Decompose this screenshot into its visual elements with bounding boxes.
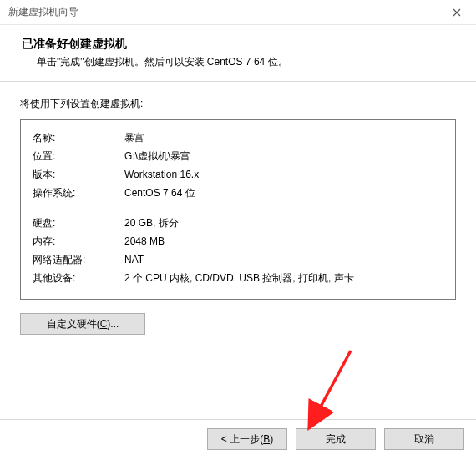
summary-row: 位置: G:\虚拟机\暴富 — [33, 147, 443, 165]
summary-key: 位置: — [33, 147, 124, 165]
page-title: 已准备好创建虚拟机 — [22, 37, 458, 52]
summary-row: 网络适配器: NAT — [33, 250, 443, 269]
finish-button[interactable]: 完成 — [296, 428, 376, 450]
summary-box: 名称: 暴富 位置: G:\虚拟机\暴富 版本: Workstation 16.… — [20, 119, 456, 300]
summary-row: 名称: 暴富 — [33, 129, 443, 147]
customize-hardware-button[interactable]: 自定义硬件(C)... — [20, 313, 145, 335]
summary-key: 操作系统: — [33, 184, 124, 202]
summary-value: CentOS 7 64 位 — [124, 184, 443, 202]
summary-value: 暴富 — [124, 129, 443, 147]
svg-line-0 — [309, 351, 351, 428]
page-subtitle: 单击"完成"创建虚拟机。然后可以安装 CentOS 7 64 位。 — [22, 55, 458, 69]
summary-value: 2 个 CPU 内核, CD/DVD, USB 控制器, 打印机, 声卡 — [124, 269, 443, 287]
summary-caption: 将使用下列设置创建虚拟机: — [20, 97, 456, 111]
close-button[interactable] — [438, 0, 476, 25]
summary-row: 硬盘: 20 GB, 拆分 — [33, 214, 443, 232]
summary-key: 版本: — [33, 165, 124, 184]
summary-key: 名称: — [33, 129, 124, 147]
summary-value: NAT — [124, 250, 443, 269]
window-title: 新建虚拟机向导 — [8, 5, 438, 19]
summary-value: G:\虚拟机\暴富 — [124, 147, 443, 165]
summary-key: 其他设备: — [33, 269, 124, 287]
summary-value: 2048 MB — [124, 232, 443, 250]
summary-key: 硬盘: — [33, 214, 124, 232]
summary-row: 版本: Workstation 16.x — [33, 165, 443, 184]
summary-value: 20 GB, 拆分 — [124, 214, 443, 232]
summary-value: Workstation 16.x — [124, 165, 443, 184]
summary-row: 操作系统: CentOS 7 64 位 — [33, 184, 443, 202]
summary-key: 网络适配器: — [33, 250, 124, 269]
cancel-button[interactable]: 取消 — [384, 428, 464, 450]
back-button[interactable]: < 上一步(B) — [207, 428, 287, 450]
summary-key: 内存: — [33, 232, 124, 250]
summary-row: 内存: 2048 MB — [33, 232, 443, 250]
close-icon — [453, 8, 461, 17]
summary-row: 其他设备: 2 个 CPU 内核, CD/DVD, USB 控制器, 打印机, … — [33, 269, 443, 287]
titlebar: 新建虚拟机向导 — [0, 0, 476, 25]
wizard-header: 已准备好创建虚拟机 单击"完成"创建虚拟机。然后可以安装 CentOS 7 64… — [0, 25, 476, 82]
wizard-footer: < 上一步(B) 完成 取消 — [0, 419, 476, 460]
wizard-content: 将使用下列设置创建虚拟机: 名称: 暴富 位置: G:\虚拟机\暴富 版本: W… — [0, 82, 476, 335]
